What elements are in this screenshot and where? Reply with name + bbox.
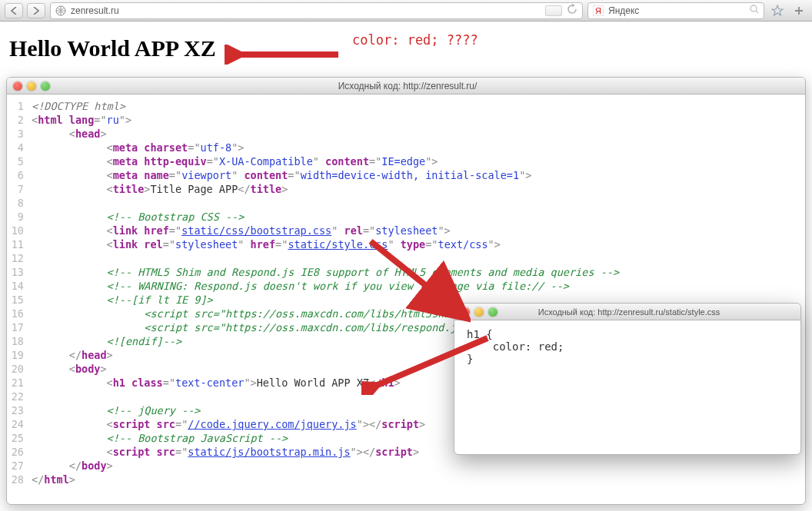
css-titlebar[interactable]: Исходный код: http://zenresult.ru/static… [454, 304, 800, 320]
url-text: zenresult.ru [71, 5, 119, 16]
svg-point-3 [750, 5, 757, 12]
add-tab-icon[interactable] [790, 2, 807, 19]
source-line: 2<html lang="ru"> [7, 113, 805, 127]
view-source-title: Исходный код: http://zenresult.ru/ [56, 81, 805, 91]
source-line: 5 <meta http-equiv="X-UA-Compatible" con… [7, 154, 805, 168]
source-line: 12 [7, 251, 805, 265]
search-placeholder: Яндекс [608, 5, 639, 16]
source-line: 7 <title>Title Page APP</title> [7, 182, 805, 196]
source-line: 10 <link href="static/css/bootstrap.css"… [7, 224, 805, 237]
source-line: 4 <meta charset="utf-8"> [7, 141, 805, 154]
minimize-icon[interactable] [27, 81, 36, 91]
close-icon[interactable] [461, 307, 470, 317]
reader-mode-button[interactable] [545, 5, 562, 16]
close-icon[interactable] [13, 81, 22, 91]
source-line: 1<!DOCTYPE html> [7, 99, 805, 113]
globe-icon [55, 5, 66, 16]
minimize-icon[interactable] [474, 307, 484, 317]
yandex-favicon-icon: Я [593, 5, 604, 16]
source-line: 28</html> [7, 473, 805, 486]
svg-text:Я: Я [595, 6, 601, 15]
back-button[interactable] [5, 3, 23, 18]
url-bar[interactable]: zenresult.ru [50, 2, 583, 19]
browser-toolbar: zenresult.ru Я Яндекс [0, 0, 812, 22]
annotation-text: color: red; ???? [352, 32, 478, 48]
source-line: 27 </body> [7, 459, 805, 473]
source-line: 8 [7, 196, 805, 210]
bookmark-icon[interactable] [769, 2, 786, 19]
source-line: 11 <link rel="stylesheet" href="static/s… [7, 237, 805, 251]
traffic-lights[interactable] [454, 307, 504, 317]
maximize-icon[interactable] [488, 307, 498, 317]
source-line: 14 <!-- WARNING: Respond.js doesn't work… [7, 279, 805, 293]
reload-icon[interactable] [567, 4, 577, 17]
traffic-lights[interactable] [7, 81, 56, 91]
css-window-title: Исходный код: http://zenresult.ru/static… [504, 307, 800, 317]
css-source-window: Исходный код: http://zenresult.ru/static… [454, 303, 801, 455]
source-line: 9 <!-- Bootstrap CSS --> [7, 210, 805, 224]
search-bar[interactable]: Я Яндекс [587, 2, 764, 19]
maximize-icon[interactable] [41, 81, 50, 91]
source-line: 3 <head> [7, 127, 805, 141]
css-source-text[interactable]: h1 { color: red; } [454, 320, 800, 373]
forward-button[interactable] [27, 3, 45, 18]
svg-line-4 [756, 11, 758, 13]
view-source-titlebar[interactable]: Исходный код: http://zenresult.ru/ [7, 78, 805, 95]
search-icon [750, 5, 759, 16]
source-line: 6 <meta name="viewport" content="width=d… [7, 168, 805, 182]
source-line: 13 <!-- HTML5 Shim and Respond.js IE8 su… [7, 265, 805, 279]
